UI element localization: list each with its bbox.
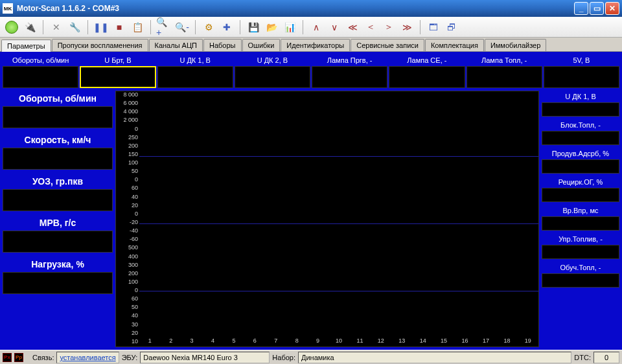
left-param-label: Скорость, км/ч bbox=[3, 132, 113, 148]
wrench-icon[interactable]: 🔧 bbox=[67, 19, 82, 35]
connection-value[interactable]: устанавливается bbox=[60, 354, 115, 361]
left-param-0[interactable]: Обороты, об/мин bbox=[3, 91, 113, 128]
tab-2[interactable]: Каналы АЦП bbox=[149, 39, 203, 51]
y-tick: 20 bbox=[116, 202, 138, 209]
left-param-2[interactable]: УОЗ, гр.пкв bbox=[3, 174, 113, 211]
window-title: Motor-Scan 1.1.6.2 - COM#3 bbox=[17, 4, 574, 13]
record-button[interactable]: 📋 bbox=[130, 19, 145, 35]
zoom-in-button[interactable]: 🔍+ bbox=[156, 19, 172, 35]
right-param-value bbox=[542, 216, 619, 231]
y-tick: 200 bbox=[116, 270, 138, 277]
zoom-out-button[interactable]: 🔍- bbox=[174, 19, 190, 35]
right-param-value bbox=[542, 273, 619, 288]
ecu-label: ЭБУ: bbox=[122, 354, 138, 361]
gear-icon[interactable]: ⚙ bbox=[201, 19, 216, 35]
top-param-label: Лампа Топл, - bbox=[466, 54, 542, 66]
left-param-value bbox=[3, 272, 113, 294]
y-tick: 2 000 bbox=[116, 117, 138, 123]
chart-area[interactable]: 8 0006 0004 0002 00002502001501005006040… bbox=[115, 91, 539, 347]
top-param-3[interactable]: U ДК 2, В bbox=[235, 54, 310, 88]
right-param-value bbox=[542, 159, 619, 174]
tab-0[interactable]: Параметры bbox=[1, 40, 51, 52]
x-tick: 9 bbox=[307, 336, 328, 347]
top-param-0[interactable]: Обороты, об/мин bbox=[3, 54, 78, 88]
top-param-7[interactable]: 5V, В bbox=[544, 54, 619, 88]
app-icon: MK bbox=[3, 3, 13, 14]
y-tick: 40 bbox=[116, 312, 138, 319]
status-badge-1: Px bbox=[3, 353, 12, 362]
top-params-row: Обороты, об/минU Брт, ВU ДК 1, ВU ДК 2, … bbox=[3, 54, 619, 88]
x-tick: 3 bbox=[181, 336, 202, 347]
top-param-5[interactable]: Лампа CE, - bbox=[389, 54, 465, 88]
y-tick: 0 bbox=[116, 210, 138, 217]
maximize-button[interactable]: ▭ bbox=[590, 2, 604, 15]
window-icon[interactable]: 🗔 bbox=[426, 19, 441, 35]
right-param-5[interactable]: Упр.Топлив, - bbox=[542, 233, 619, 259]
x-tick: 4 bbox=[202, 336, 223, 347]
pause-button[interactable]: ❚❚ bbox=[93, 19, 109, 35]
add-button[interactable]: ✚ bbox=[219, 19, 235, 35]
y-tick: -20 bbox=[116, 219, 138, 225]
tab-1[interactable]: Пропуски воспламенения bbox=[52, 39, 148, 51]
x-axis: 12345678910111213141516171819 bbox=[139, 336, 538, 347]
left-param-4[interactable]: Нагрузка, % bbox=[3, 256, 113, 294]
export-icon[interactable]: 🗗 bbox=[444, 19, 459, 35]
y-tick: 500 bbox=[116, 244, 138, 251]
chart-button[interactable]: 📊 bbox=[282, 19, 297, 35]
top-param-value bbox=[3, 66, 78, 88]
tools-icon[interactable]: ✕ bbox=[49, 19, 64, 35]
tab-6[interactable]: Сервисные записи bbox=[351, 39, 424, 51]
x-tick: 7 bbox=[266, 336, 286, 347]
right-param-label: U ДК 1, В bbox=[542, 91, 619, 102]
right-param-label: Блок.Топл, - bbox=[542, 119, 619, 131]
y-tick: 100 bbox=[116, 279, 138, 285]
y-tick: 400 bbox=[116, 253, 138, 260]
titlebar: MK Motor-Scan 1.1.6.2 - COM#3 _ ▭ ✕ bbox=[0, 0, 622, 17]
tab-7[interactable]: Комплектация bbox=[425, 39, 484, 51]
tab-3[interactable]: Наборы bbox=[203, 39, 242, 51]
y-tick: -60 bbox=[116, 236, 138, 242]
top-param-label: U Брт, В bbox=[80, 54, 156, 66]
y-tick: 200 bbox=[116, 142, 138, 149]
tab-8[interactable]: Иммобилайзер bbox=[485, 39, 546, 51]
right-param-6[interactable]: Обуч.Топл, - bbox=[542, 262, 619, 288]
y-tick: 0 bbox=[116, 126, 138, 132]
plug-icon[interactable]: 🔌 bbox=[22, 19, 38, 35]
top-param-label: Обороты, об/мин bbox=[3, 54, 78, 66]
right-param-3[interactable]: Рецирк.ОГ, % bbox=[542, 176, 619, 202]
right-param-1[interactable]: Блок.Топл, - bbox=[542, 119, 619, 145]
stop-button[interactable]: ■ bbox=[111, 19, 127, 35]
save-button[interactable]: 💾 bbox=[246, 19, 261, 35]
top-param-2[interactable]: U ДК 1, В bbox=[157, 54, 233, 88]
right-param-4[interactable]: Вр.Впр, мс bbox=[542, 205, 619, 231]
x-tick: 2 bbox=[160, 336, 181, 347]
minimize-button[interactable]: _ bbox=[574, 2, 588, 15]
nav-next-button[interactable]: ＞ bbox=[381, 19, 397, 35]
y-tick: 8 000 bbox=[116, 91, 138, 98]
left-param-1[interactable]: Скорость, км/ч bbox=[3, 132, 113, 170]
power-button[interactable] bbox=[4, 19, 19, 35]
top-param-4[interactable]: Лампа Пргв, - bbox=[312, 54, 387, 88]
top-param-1[interactable]: U Брт, В bbox=[80, 54, 156, 88]
nav-prev-button[interactable]: ＜ bbox=[363, 19, 378, 35]
close-button[interactable]: ✕ bbox=[605, 2, 619, 15]
right-param-2[interactable]: Продув.Адсрб, % bbox=[542, 148, 619, 174]
top-param-value bbox=[312, 66, 387, 88]
top-param-6[interactable]: Лампа Топл, - bbox=[466, 54, 542, 88]
nav-up-button[interactable]: ∧ bbox=[308, 19, 324, 35]
nav-down-button[interactable]: ∨ bbox=[327, 19, 342, 35]
open-folder-button[interactable]: 📂 bbox=[264, 19, 279, 35]
nav-last-button[interactable]: ≫ bbox=[399, 19, 415, 35]
left-param-label: Обороты, об/мин bbox=[3, 91, 113, 106]
right-param-0[interactable]: U ДК 1, В bbox=[542, 91, 619, 117]
set-value: Динамика bbox=[301, 354, 334, 361]
top-param-label: Лампа CE, - bbox=[389, 54, 465, 66]
tab-4[interactable]: Ошибки bbox=[242, 39, 281, 51]
nav-first-button[interactable]: ≪ bbox=[345, 19, 360, 35]
x-tick: 16 bbox=[454, 336, 475, 347]
right-param-label: Продув.Адсрб, % bbox=[542, 148, 619, 159]
top-param-value bbox=[235, 66, 310, 88]
left-param-3[interactable]: МРВ, г/с bbox=[3, 215, 113, 253]
tab-5[interactable]: Идентификаторы bbox=[281, 39, 350, 51]
x-tick: 18 bbox=[496, 336, 517, 347]
